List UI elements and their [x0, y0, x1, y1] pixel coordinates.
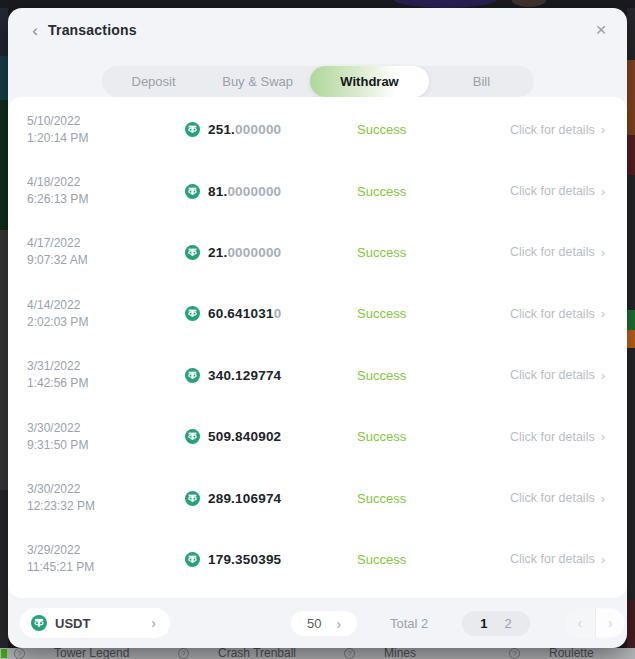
chevron-right-icon: ›: [608, 615, 613, 631]
status-badge: Success: [357, 245, 505, 260]
bg-green-fragment: [1, 649, 7, 658]
bg-game-label: Tower Legend: [54, 648, 129, 659]
bg-game-item: ? Mines: [344, 648, 416, 659]
chevron-right-icon: ›: [601, 491, 605, 506]
status-badge: Success: [357, 429, 505, 444]
details-link[interactable]: Click for details ›: [510, 429, 605, 444]
next-page-button[interactable]: ›: [596, 608, 626, 638]
transaction-row[interactable]: 3/30/2022 9:31:50 PM 509.840902 Success …: [8, 406, 627, 467]
bg-game-item: ? Crash Trenball: [178, 648, 296, 659]
details-label: Click for details: [510, 368, 595, 382]
transaction-row[interactable]: 5/10/2022 1:20:14 PM 251.000000 Success …: [8, 99, 627, 160]
help-icon: ?: [178, 648, 189, 659]
transaction-time: 12:23:32 PM: [27, 498, 185, 515]
tether-icon: [185, 245, 200, 260]
amount-text: 179.350395: [208, 552, 281, 567]
background-game-list-strip: ? Tower Legend ? Crash Trenball ? Mines …: [0, 648, 635, 659]
bg-game-item: ? Tower Legend: [14, 648, 129, 659]
tab[interactable]: Withdraw: [310, 66, 430, 97]
details-label: Click for details: [510, 552, 595, 566]
transaction-row[interactable]: 3/31/2022 1:42:56 PM 340.129774 Success …: [8, 345, 627, 406]
chevron-right-icon: ›: [151, 615, 156, 631]
details-link[interactable]: Click for details ›: [510, 306, 605, 321]
details-label: Click for details: [510, 307, 595, 321]
transaction-datetime: 5/10/2022 1:20:14 PM: [27, 113, 185, 147]
amount-text: 340.129774: [208, 368, 281, 383]
bg-right-sliver: [627, 8, 635, 659]
tab[interactable]: Deposit: [102, 66, 206, 97]
amount-text: 289.106974: [208, 491, 281, 506]
currency-label: USDT: [55, 616, 90, 631]
page-number[interactable]: 1: [480, 616, 487, 631]
tab[interactable]: Bill: [429, 66, 533, 97]
transaction-amount: 340.129774: [185, 368, 357, 383]
transaction-row[interactable]: 4/14/2022 2:02:03 PM 60.6410310 Success …: [8, 283, 627, 344]
status-badge: Success: [357, 184, 505, 199]
page-size-value: 50: [307, 616, 321, 631]
tether-icon: [185, 122, 200, 137]
bg-game-label: Crash Trenball: [218, 648, 296, 659]
back-icon[interactable]: ‹: [26, 22, 44, 40]
transaction-amount: 251.000000: [185, 122, 357, 137]
tab-label: Buy & Swap: [222, 74, 293, 89]
details-link[interactable]: Click for details ›: [510, 184, 605, 199]
transactions-modal: ‹ Transactions × Deposit Buy & Swap With…: [8, 8, 627, 648]
page-title: Transactions: [48, 22, 137, 38]
details-label: Click for details: [510, 430, 595, 444]
transaction-amount: 179.350395: [185, 552, 357, 567]
status-badge: Success: [357, 491, 505, 506]
bg-left-sliver: [0, 8, 8, 659]
details-link[interactable]: Click for details ›: [510, 245, 605, 260]
transaction-time: 2:02:03 PM: [27, 314, 185, 331]
chevron-right-icon: ›: [601, 368, 605, 383]
tab-label: Withdraw: [340, 74, 398, 89]
close-icon[interactable]: ×: [591, 20, 611, 40]
amount-text: 251.000000: [208, 122, 281, 137]
transaction-time: 9:31:50 PM: [27, 437, 185, 454]
details-link[interactable]: Click for details ›: [510, 552, 605, 567]
tether-icon: [185, 184, 200, 199]
details-link[interactable]: Click for details ›: [510, 368, 605, 383]
bg-purple-blob: [393, 0, 497, 8]
bg-game-label: Mines: [384, 648, 416, 659]
transaction-amount: 289.106974: [185, 491, 357, 506]
transaction-row[interactable]: 3/29/2022 11:45:21 PM 179.350395 Success…: [8, 529, 627, 590]
bg-game-label: Roulette: [549, 648, 594, 659]
tab-label: Bill: [473, 74, 490, 89]
transaction-time: 1:20:14 PM: [27, 130, 185, 147]
transaction-row[interactable]: 4/17/2022 9:07:32 AM 21.0000000 Success …: [8, 222, 627, 283]
page-number[interactable]: 2: [505, 616, 512, 631]
transaction-date: 3/29/2022: [27, 542, 185, 559]
chevron-right-icon: ›: [601, 184, 605, 199]
transaction-date: 3/31/2022: [27, 358, 185, 375]
total-count: Total 2: [390, 611, 428, 636]
amount-text: 60.6410310: [208, 306, 281, 321]
status-badge: Success: [357, 306, 505, 321]
tether-icon: [185, 306, 200, 321]
transaction-datetime: 3/30/2022 9:31:50 PM: [27, 420, 185, 454]
transaction-datetime: 3/29/2022 11:45:21 PM: [27, 542, 185, 576]
details-link[interactable]: Click for details ›: [510, 122, 605, 137]
transaction-time: 11:45:21 PM: [27, 559, 185, 576]
transaction-datetime: 4/14/2022 2:02:03 PM: [27, 297, 185, 331]
help-icon: ?: [14, 648, 25, 659]
status-badge: Success: [357, 368, 505, 383]
tether-icon: [185, 552, 200, 567]
chevron-right-icon: ›: [601, 429, 605, 444]
page-size-selector[interactable]: 50 ›: [291, 611, 357, 636]
chevron-left-icon: ‹: [577, 615, 582, 631]
prev-page-button[interactable]: ‹: [565, 608, 596, 638]
transaction-time: 9:07:32 AM: [27, 252, 185, 269]
tab[interactable]: Buy & Swap: [206, 66, 310, 97]
transaction-tabs: Deposit Buy & Swap Withdraw Bill: [102, 66, 534, 97]
transaction-datetime: 4/18/2022 6:26:13 PM: [27, 174, 185, 208]
transaction-row[interactable]: 3/30/2022 12:23:32 PM 289.106974 Success…: [8, 467, 627, 528]
transaction-row[interactable]: 4/18/2022 6:26:13 PM 81.0000000 Success …: [8, 160, 627, 221]
amount-text: 81.0000000: [208, 184, 281, 199]
pagination-nav: ‹ ›: [565, 608, 625, 638]
details-link[interactable]: Click for details ›: [510, 491, 605, 506]
transaction-date: 4/18/2022: [27, 174, 185, 191]
currency-selector[interactable]: USDT ›: [20, 608, 170, 638]
pagination: 1 2: [462, 611, 530, 636]
tether-icon: [185, 491, 200, 506]
